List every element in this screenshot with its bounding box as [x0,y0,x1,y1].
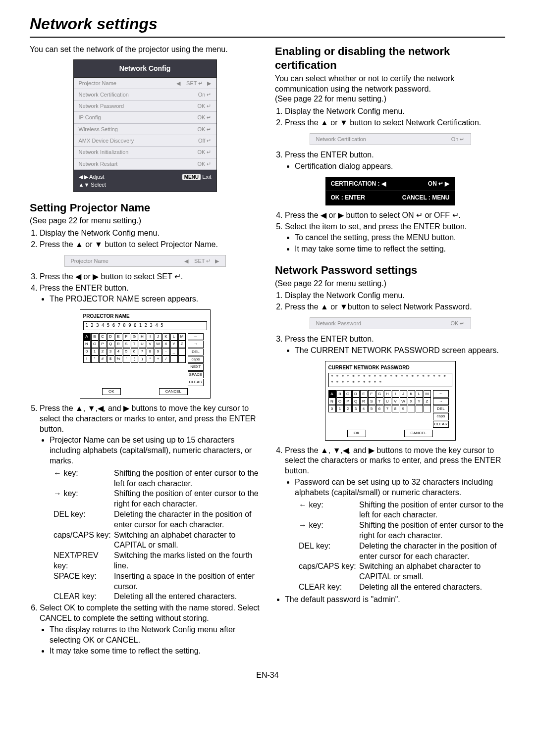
menu-row: Projector Name◀ SET ↵ ▶ [74,78,216,89]
key-cell: ! [83,355,91,363]
key-cell: Z [178,341,186,348]
key-side: → [188,341,204,348]
key-cell: K [162,333,170,341]
key-name: SPACE key: [54,571,114,592]
menu-row: Network InitializationOK ↵ [74,147,216,158]
key-side: CLEAR [188,379,204,386]
see-page: (See page 22 for menu setting.) [30,216,260,226]
key-cell: Y [416,398,423,405]
key-cell: O [91,341,99,348]
password-keyboard: CURRENT NETWORK PASSWORD * * * * * * * *… [325,361,456,441]
key-cell: 7 [384,405,391,412]
key-cell: T [376,398,383,405]
key-cell: V [392,398,399,405]
key-cell: H [384,390,391,398]
key-side: SPACE [188,371,204,378]
key-name: ← key: [54,468,114,489]
key-cell: 1 [336,405,344,412]
key-cell: Q [352,398,360,405]
key-cell: S [368,398,375,405]
intro-text: You can set the network of the projector… [30,45,260,55]
key-cell: 6 [131,348,138,355]
projector-name-inset: Projector Name ◀ SET ↵ ▶ [64,255,226,267]
default-password-note: The default password is "admin". [285,595,505,605]
key-cell: D [352,390,360,398]
key-cell: 6 [376,405,383,412]
key-cell: J [155,333,162,341]
step: Display the Network Config menu. [285,291,505,301]
key-cell: X [162,341,170,348]
key-side: DEL [188,349,204,355]
key-cell: 7 [139,348,146,355]
key-desc: Shifting the position of enter cursor to… [359,520,505,541]
step: Press the ENTER button. Certification di… [285,150,505,172]
key-cell: Y [170,341,178,348]
key-cell: ( [131,355,138,363]
key-cell: P [344,398,352,405]
key-side: DEL [433,405,449,412]
password-heading: Network Password settings [275,263,505,278]
step: Press the ENTER button. The CURRENT NETW… [285,334,505,356]
key-cell: F [368,390,375,398]
key-cell: G [131,333,138,341]
menu-row: Wireless SettingOK ↵ [74,124,216,135]
right-column: Enabling or disabling the network certif… [275,45,505,659]
key-cell: - [162,348,170,355]
key-name: → key: [299,520,359,541]
step: Select OK to complete the setting with t… [40,603,260,656]
key-cell: R [360,398,368,405]
page-number: EN-34 [30,670,505,681]
key-cell: L [170,333,178,341]
key-cell: N [328,398,336,405]
key-cell: E [115,333,122,341]
network-certification-inset: Network Certification On ↵ [310,133,471,145]
key-cell: M [424,390,431,398]
step: Display the Network Config menu. [40,228,260,239]
key-cell: R [115,341,122,348]
key-cell: J [400,390,407,398]
step: Press the ▲, ▼,◀, and ▶ buttons to move … [285,446,505,593]
key-cell: C [99,333,107,341]
key-cell [424,405,431,412]
key-desc: Shifting the position of enter cursor to… [359,500,505,521]
key-cell: _ [170,348,178,355]
key-cell: 9 [400,405,407,412]
key-cell: 2 [99,348,107,355]
step: Press the ▲ or ▼ button to select Networ… [285,118,505,128]
menu-row: AMX Device DiscoveryOff ↵ [74,135,216,147]
key-side: NEXT [188,363,204,370]
key-cell: 3 [352,405,360,412]
key-cell: C [344,390,352,398]
key-cell: 8 [147,348,154,355]
key-desc: Shifting the position of enter cursor to… [114,468,260,489]
key-cell: # [99,355,107,363]
key-desc: Inserting a space in the position of ent… [114,571,260,592]
key-cell: A [328,390,336,398]
key-name: DEL key: [299,541,359,562]
key-name: caps/CAPS key: [54,530,114,551]
key-name: caps/CAPS key: [299,561,359,582]
key-cell: H [139,333,146,341]
key-cell: 0 [83,348,91,355]
key-side: CLEAR [433,421,449,428]
key-cell [170,355,178,363]
title-rule [30,37,505,38]
key-cell: ) [139,355,146,363]
key-cell: I [147,333,154,341]
step: Press the ▲ or ▼ button to select Projec… [40,240,260,250]
key-cell: 0 [328,405,336,412]
step: Press the ▲ or ▼button to select Network… [285,302,505,312]
key-desc: Shifting the position of enter cursor to… [114,489,260,509]
key-cell: N [83,341,91,348]
key-cell: U [384,398,391,405]
key-cell: B [336,390,344,398]
key-cell: / [162,355,170,363]
key-cell: 2 [344,405,352,412]
menu-row: Network PasswordOK ↵ [74,101,216,112]
key-cell: 4 [360,405,368,412]
key-name: NEXT/PREV key: [54,551,114,571]
key-cell: W [155,341,162,348]
menu-row: IP ConfigOK ↵ [74,112,216,123]
key-side: caps [433,413,449,420]
key-cell: K [408,390,415,398]
